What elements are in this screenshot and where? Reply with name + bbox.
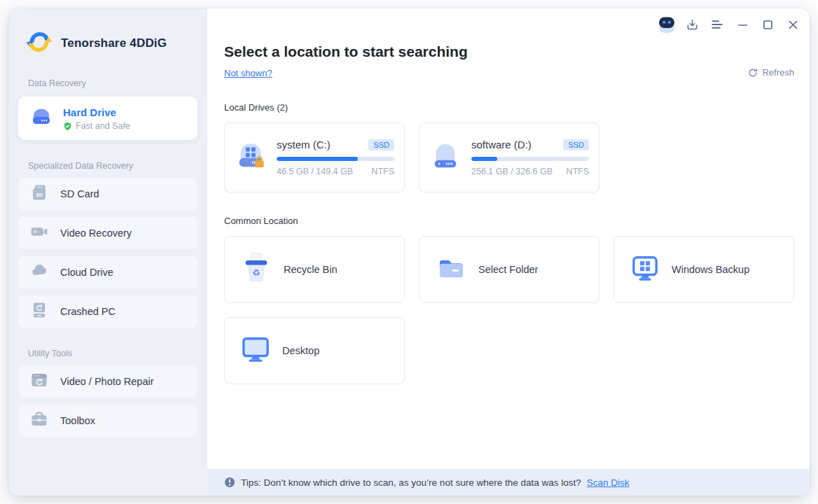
scan-disk-link[interactable]: Scan Disk [587, 477, 630, 488]
drive-name: system (C:) [277, 139, 331, 150]
maximize-icon [763, 20, 773, 33]
location-label: Select Folder [478, 264, 538, 275]
refresh-label: Refresh [762, 67, 794, 78]
info-icon [224, 477, 235, 488]
download-button[interactable] [682, 17, 702, 35]
drive-usage-text: 46.5 GB / 149.4 GB [277, 167, 353, 176]
section-label-specialized: Specialized Data Recovery [8, 161, 207, 171]
window-controls [657, 17, 803, 35]
app-window: Tenorshare 4DDiG Data Recovery Hard Driv… [8, 8, 810, 496]
video-camera-icon [30, 223, 48, 244]
drive-name: software (D:) [471, 139, 532, 150]
refresh-icon [748, 68, 758, 78]
drive-filesystem: NTFS [371, 167, 394, 176]
sidebar-item-label: SD Card [60, 188, 99, 200]
repair-window-icon [30, 371, 48, 392]
download-icon [685, 18, 700, 35]
desktop-monitor-icon [242, 336, 270, 366]
svg-text:SD: SD [36, 192, 43, 198]
tips-bar: Tips: Don’t know which drive to scan, as… [207, 469, 810, 496]
sidebar-item-label: Video Recovery [60, 227, 132, 239]
sidebar-item-crashed-pc[interactable]: Crashed PC [18, 295, 197, 328]
location-card-recycle-bin[interactable]: ♻ Recycle Bin [224, 236, 405, 303]
location-card-select-folder[interactable]: Select Folder [419, 236, 599, 303]
local-drives-label: Local Drives (2) [224, 102, 796, 113]
sidebar-item-label: Toolbox [60, 415, 95, 426]
sidebar-item-video-recovery[interactable]: Video Recovery [18, 217, 197, 249]
drive-card-system-c[interactable]: system (C:) SSD 46.5 GB / 149.4 GB NTFS [224, 122, 405, 192]
sidebar-item-toolbox[interactable]: Toolbox [18, 405, 197, 437]
app-title: Tenorshare 4DDiG [61, 36, 167, 50]
app-logo-icon [25, 29, 53, 57]
svg-text:♻: ♻ [252, 267, 260, 278]
location-label: Desktop [282, 345, 319, 356]
location-label: Windows Backup [672, 264, 749, 275]
system-drive-icon [235, 141, 267, 174]
sidebar: Tenorshare 4DDiG Data Recovery Hard Driv… [8, 8, 207, 496]
drive-usage-bar-fill [277, 157, 358, 161]
drive-filesystem: NTFS [566, 167, 589, 176]
section-label-utility: Utility Tools [8, 349, 207, 358]
crashed-pc-icon [30, 301, 48, 322]
maximize-button[interactable] [758, 17, 777, 35]
drive-usage-bar [277, 157, 394, 161]
page-title: Select a location to start searching [224, 43, 796, 60]
drive-usage-bar [471, 157, 589, 161]
common-location-label: Common Location [224, 216, 796, 226]
hard-drive-label: Hard Drive [63, 106, 130, 119]
hard-drive-icon [29, 106, 53, 130]
toolbox-icon [30, 410, 48, 431]
minimize-button[interactable] [733, 17, 752, 35]
drive-usage-text: 256.1 GB / 326.6 GB [471, 167, 553, 176]
sd-card-icon: SD [30, 183, 48, 204]
assistant-bot-button[interactable] [657, 17, 677, 35]
tips-text: Tips: Don’t know which drive to scan, as… [241, 477, 581, 488]
local-drives-list: system (C:) SSD 46.5 GB / 149.4 GB NTFS [224, 122, 796, 192]
hard-drive-sublabel: Fast and Safe [76, 121, 130, 131]
cloud-icon [30, 262, 48, 283]
app-logo-row: Tenorshare 4DDiG [8, 8, 207, 57]
location-card-windows-backup[interactable]: Windows Backup [614, 236, 794, 303]
sidebar-item-cloud-drive[interactable]: Cloud Drive [18, 256, 197, 288]
section-label-data-recovery: Data Recovery [8, 78, 207, 88]
folder-icon [436, 255, 466, 284]
sidebar-item-label: Cloud Drive [60, 267, 113, 278]
bot-icon [657, 16, 677, 36]
shield-check-icon [63, 122, 72, 131]
minimize-icon [737, 20, 748, 33]
not-shown-link[interactable]: Not shown? [224, 68, 272, 78]
common-location-list: ♻ Recycle Bin Select Folder [224, 236, 796, 384]
software-drive-icon [429, 141, 462, 174]
location-card-desktop[interactable]: Desktop [224, 317, 405, 384]
sidebar-item-sd-card[interactable]: SD SD Card [18, 178, 197, 210]
menu-icon [711, 19, 724, 33]
windows-backup-icon [631, 255, 659, 285]
sidebar-item-video-photo-repair[interactable]: Video / Photo Repair [18, 365, 197, 398]
refresh-button[interactable]: Refresh [748, 67, 794, 78]
main-panel: Refresh Select a location to start searc… [207, 8, 810, 496]
close-icon [788, 20, 798, 33]
ssd-badge: SSD [368, 139, 394, 150]
ssd-badge: SSD [563, 139, 589, 150]
location-label: Recycle Bin [284, 264, 338, 275]
drive-usage-bar-fill [471, 157, 497, 161]
drive-card-software-d[interactable]: software (D:) SSD 256.1 GB / 326.6 GB NT… [419, 122, 599, 192]
sidebar-item-label: Video / Photo Repair [60, 376, 154, 387]
sidebar-item-label: Crashed PC [60, 306, 116, 317]
close-button[interactable] [783, 17, 803, 35]
recycle-bin-icon: ♻ [242, 253, 271, 286]
sidebar-item-hard-drive[interactable]: Hard Drive Fast and Safe [18, 97, 197, 140]
menu-button[interactable] [707, 17, 727, 35]
